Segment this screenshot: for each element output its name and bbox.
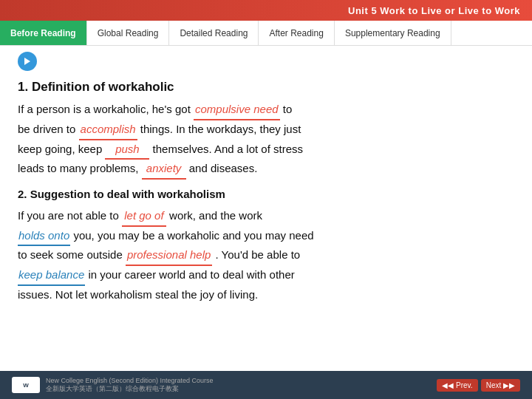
section2-title: 2. Suggestion to deal with workaholism	[18, 185, 514, 204]
footer-left: W New College English (Second Edition) I…	[12, 377, 214, 394]
underline-holds-onto: holds onto	[18, 227, 70, 247]
paragraph1: If a person is a workaholic, he's got co…	[18, 100, 514, 180]
footer-nav: ◀◀ Prev. Next ▶▶	[437, 379, 520, 392]
audio-icon[interactable]	[18, 52, 37, 71]
nav-tabs: Before Reading Global Reading Detailed R…	[0, 21, 532, 46]
footer-course-text2: 全新版大学英语（第二版）综合教程电子教案	[46, 384, 214, 394]
underline-keep-balance: keep balance	[18, 266, 85, 286]
tab-global-reading[interactable]: Global Reading	[87, 21, 170, 45]
tab-after-reading[interactable]: After Reading	[259, 21, 334, 45]
header-title: Unit 5 Work to Live or Live to Work	[348, 5, 520, 16]
audio-row	[0, 46, 532, 74]
blank-let-go-of: let go of	[122, 207, 166, 227]
blank-compulsive-need: compulsive need	[194, 100, 280, 120]
footer: W New College English (Second Edition) I…	[0, 371, 532, 399]
footer-course-text: New College English (Second Edition) Int…	[46, 377, 214, 384]
blank-push: push	[105, 140, 149, 160]
svg-marker-0	[24, 58, 30, 65]
header-bar: Unit 5 Work to Live or Live to Work	[0, 0, 532, 21]
next-button[interactable]: Next ▶▶	[481, 379, 520, 392]
tab-detailed-reading[interactable]: Detailed Reading	[169, 21, 259, 45]
tab-before-reading[interactable]: Before Reading	[0, 21, 87, 45]
blank-anxiety: anxiety	[142, 160, 186, 180]
prev-button[interactable]: ◀◀ Prev.	[437, 379, 477, 392]
main-content: 1. Definition of workaholic If a person …	[0, 74, 532, 312]
tab-supplementary-reading[interactable]: Supplementary Reading	[335, 21, 451, 45]
footer-logo: W	[12, 377, 40, 393]
paragraph2: If you are not able to let go of work, a…	[18, 207, 514, 304]
section1-title: 1. Definition of workaholic	[18, 77, 514, 98]
blank-accomplish: accomplish	[79, 120, 137, 140]
blank-professional-help: professional help	[126, 246, 212, 266]
